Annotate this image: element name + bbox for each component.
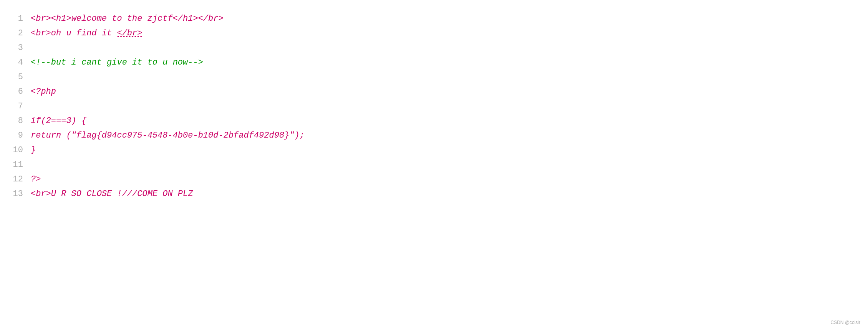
line-number: 4 — [8, 55, 23, 70]
line-content: return ("flag{d94cc975-4548-4b0e-b10d-2b… — [31, 128, 860, 143]
code-line: 13<br>U R SO CLOSE !///COME ON PLZ — [8, 187, 860, 201]
code-line: 3 — [8, 41, 860, 55]
code-token: welcome to the zjctf — [71, 14, 173, 23]
line-number: 12 — [8, 172, 23, 186]
line-content: <!--but i cant give it to u now--> — [31, 55, 860, 70]
line-number: 10 — [8, 143, 23, 157]
code-token: <h1> — [51, 14, 71, 23]
line-content: } — [31, 143, 860, 157]
line-number: 8 — [8, 114, 23, 128]
code-token: } — [31, 145, 36, 155]
code-token: return ("flag{d94cc975-4548-4b0e-b10d-2b… — [31, 131, 305, 140]
code-token: U R SO CLOSE !///COME ON PLZ — [51, 189, 193, 199]
code-line: 2<br>oh u find it </br> — [8, 26, 860, 41]
code-line: 4<!--but i cant give it to u now--> — [8, 55, 860, 70]
code-line: 5 — [8, 70, 860, 85]
code-line: 9 return ("flag{d94cc975-4548-4b0e-b10d-… — [8, 128, 860, 143]
code-line: 1<br><h1>welcome to the zjctf</h1></br> — [8, 12, 860, 26]
code-line: 10} — [8, 143, 860, 158]
line-content: <br>U R SO CLOSE !///COME ON PLZ — [31, 187, 860, 201]
code-token: </h1> — [173, 14, 198, 23]
line-content: <br><h1>welcome to the zjctf</h1></br> — [31, 12, 860, 26]
code-token: </br> — [198, 14, 224, 23]
code-token: if(2===3) { — [31, 116, 86, 126]
line-content: ?> — [31, 172, 860, 186]
code-token: <br> — [31, 28, 51, 38]
line-content: <?php — [31, 85, 860, 99]
code-token: </br> — [117, 28, 142, 38]
code-line: 7 — [8, 99, 860, 114]
line-number: 11 — [8, 158, 23, 172]
code-viewer: 1<br><h1>welcome to the zjctf</h1></br>2… — [0, 8, 868, 205]
code-token: <?php — [31, 87, 56, 96]
line-number: 6 — [8, 85, 23, 99]
line-number: 2 — [8, 26, 23, 40]
code-token: <br> — [31, 189, 51, 199]
line-number: 13 — [8, 187, 23, 201]
line-number: 1 — [8, 12, 23, 26]
code-token: ?> — [31, 174, 41, 184]
line-content: <br>oh u find it </br> — [31, 26, 860, 40]
code-token: <!--but i cant give it to u now--> — [31, 58, 203, 67]
line-content: if(2===3) { — [31, 114, 860, 128]
code-line: 6<?php — [8, 85, 860, 99]
watermark: CSDN @colsir — [830, 320, 860, 325]
code-line: 8if(2===3) { — [8, 114, 860, 128]
code-token: <br> — [31, 14, 51, 23]
line-number: 9 — [8, 128, 23, 143]
line-number: 7 — [8, 99, 23, 113]
line-number: 3 — [8, 41, 23, 55]
code-line: 11 — [8, 158, 860, 172]
code-token: oh u find it — [51, 28, 117, 38]
code-line: 12?> — [8, 172, 860, 187]
line-number: 5 — [8, 70, 23, 84]
